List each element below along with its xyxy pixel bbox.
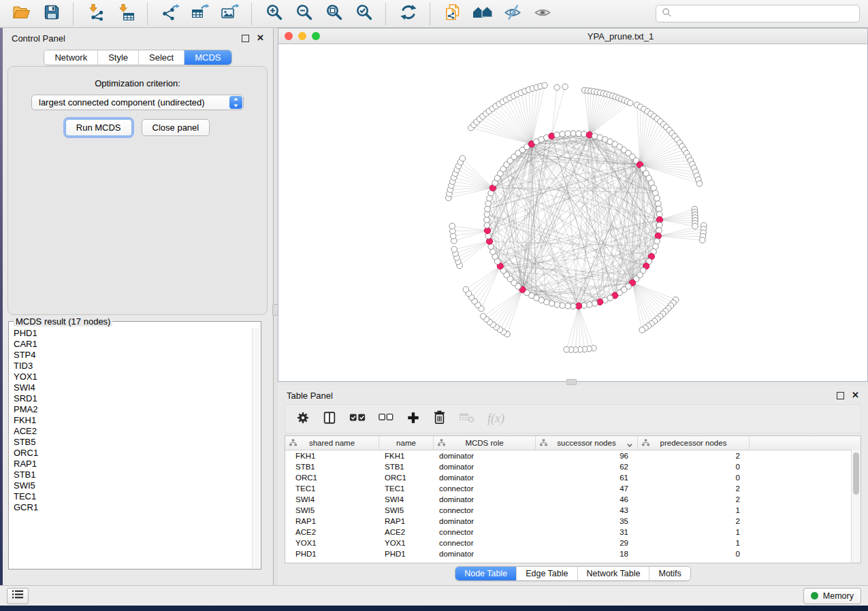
mcds-result-group: MCDS result (17 nodes) PHD1CAR1STP4TID3Y… — [8, 316, 261, 569]
table-row[interactable]: FKH1FKH1dominator962 — [285, 450, 861, 461]
network-window-titlebar[interactable]: YPA_prune.txt_1 — [278, 29, 867, 44]
cell-shared-name: ACE2 — [285, 528, 379, 536]
float-panel-icon[interactable] — [837, 392, 844, 399]
memory-button[interactable]: Memory — [803, 588, 861, 604]
cell-shared-name: RAP1 — [285, 517, 379, 525]
cell-successor-nodes: 43 — [536, 506, 638, 514]
import-network-button[interactable] — [82, 3, 109, 24]
tab-select[interactable]: Select — [139, 50, 184, 65]
table-scrollbar[interactable] — [851, 450, 861, 563]
table-panel-title: Table Panel — [287, 391, 333, 401]
mcds-result-item[interactable]: ORC1 — [14, 448, 261, 459]
close-panel-icon[interactable]: ✕ — [257, 35, 264, 42]
mcds-result-item[interactable]: GCR1 — [14, 502, 261, 513]
table-row[interactable]: ACE2ACE2connector311 — [285, 527, 861, 538]
mcds-result-item[interactable]: RAP1 — [14, 459, 261, 469]
table-row[interactable]: STB1STB1dominator620 — [285, 461, 861, 472]
column-type-icon — [438, 439, 445, 448]
table-row[interactable]: PHD1PHD1dominator180 — [285, 548, 861, 559]
mcds-result-item[interactable]: YOX1 — [14, 371, 261, 382]
mcds-result-item[interactable]: SWI4 — [14, 382, 261, 393]
splitter-grip[interactable] — [566, 379, 577, 385]
mcds-result-item[interactable]: PMA2 — [14, 404, 261, 415]
run-mcds-button[interactable]: Run MCDS — [65, 119, 132, 136]
search-box[interactable] — [656, 5, 860, 22]
tab-motifs[interactable]: Motifs — [649, 567, 690, 580]
mcds-result-item[interactable]: STB1 — [14, 469, 261, 480]
zoom-window-light[interactable] — [312, 32, 320, 40]
column-label: name — [396, 439, 416, 447]
mcds-result-item[interactable]: ACE2 — [14, 426, 261, 437]
hide-selected-button[interactable] — [499, 3, 526, 24]
show-all-button[interactable] — [529, 3, 556, 24]
select-checks-button[interactable] — [349, 412, 366, 426]
zoom-in-icon — [266, 3, 283, 24]
home-view-button[interactable] — [469, 3, 496, 24]
import-table-button[interactable] — [112, 3, 139, 24]
cell-mcds-role: dominator — [434, 495, 536, 503]
export-table-button[interactable] — [187, 3, 213, 24]
mcds-result-item[interactable]: TEC1 — [14, 491, 261, 502]
tab-node-table[interactable]: Node Table — [455, 567, 517, 580]
export-image-button[interactable] — [216, 3, 243, 24]
optimization-criterion-select[interactable]: largest connected component (undirected) — [31, 95, 244, 110]
zoom-selected-button[interactable] — [351, 3, 377, 24]
search-input[interactable] — [676, 8, 854, 19]
task-history-button[interactable] — [7, 588, 29, 604]
save-session-button[interactable] — [38, 3, 65, 24]
column-header-name[interactable]: name — [379, 436, 434, 450]
table-row[interactable]: SWI4SWI4dominator462 — [285, 494, 861, 505]
tab-mcds[interactable]: MCDS — [184, 50, 231, 65]
cell-predecessor-nodes: 1 — [638, 539, 750, 547]
delete-button[interactable] — [433, 410, 446, 427]
close-window-light[interactable] — [285, 32, 293, 40]
table-row[interactable]: ORC1ORC1dominator610 — [285, 472, 861, 483]
table-row[interactable]: SWI5SWI5connector431 — [285, 505, 861, 516]
column-header-shared-name[interactable]: shared name — [285, 436, 379, 450]
toolbar-separator — [73, 3, 74, 25]
network-canvas[interactable] — [278, 44, 867, 381]
mcds-result-item[interactable]: STP4 — [14, 350, 261, 361]
tab-style[interactable]: Style — [98, 50, 139, 65]
gear-icon — [296, 411, 310, 427]
float-panel-icon[interactable] — [242, 35, 249, 42]
column-header-successor-nodes[interactable]: successor nodes — [536, 436, 638, 450]
open-file-button[interactable] — [8, 3, 35, 24]
table-row[interactable]: RAP1RAP1dominator352 — [285, 516, 861, 527]
close-panel-button[interactable]: Close panel — [142, 119, 210, 136]
mcds-result-item[interactable]: PHD1 — [14, 328, 261, 339]
cell-mcds-role: dominator — [434, 474, 536, 482]
mcds-result-item[interactable]: STB5 — [14, 437, 261, 448]
table-row[interactable]: TEC1TEC1connector472 — [285, 483, 861, 494]
export-network-button[interactable] — [157, 3, 183, 24]
column-header-predecessor-nodes[interactable]: predecessor nodes — [638, 436, 750, 450]
mcds-result-item[interactable]: CAR1 — [14, 339, 261, 350]
control-panel-title: Control Panel — [12, 33, 65, 44]
toolbar-separator — [430, 3, 431, 25]
tab-network[interactable]: Network — [44, 50, 98, 65]
zoom-fit-button[interactable] — [321, 3, 347, 24]
mcds-result-item[interactable]: FKH1 — [14, 415, 261, 426]
mcds-list-scrollbar[interactable] — [252, 328, 260, 568]
zoom-in-button[interactable] — [261, 3, 287, 24]
minimize-window-light[interactable] — [298, 32, 306, 40]
columns-button[interactable] — [323, 411, 336, 427]
clear-checks-button[interactable] — [379, 412, 393, 425]
tab-network-table[interactable]: Network Table — [578, 567, 650, 580]
mcds-result-item[interactable]: SWI5 — [14, 480, 261, 491]
table-row[interactable]: YOX1YOX1connector291 — [285, 538, 861, 548]
mcds-result-item[interactable]: SRD1 — [14, 393, 261, 404]
table-scrollbar-thumb[interactable] — [853, 452, 859, 495]
add-button[interactable] — [406, 411, 420, 427]
close-panel-icon[interactable]: ✕ — [852, 392, 859, 399]
refresh-button[interactable] — [395, 3, 421, 24]
gear-button[interactable] — [296, 411, 310, 427]
column-header-mcds-role[interactable]: MCDS role — [434, 436, 536, 450]
mcds-result-item[interactable]: TID3 — [14, 361, 261, 371]
cell-successor-nodes: 18 — [536, 550, 638, 558]
zoom-fit-icon — [325, 3, 343, 24]
duplicate-network-button[interactable] — [439, 3, 466, 24]
tab-edge-table[interactable]: Edge Table — [517, 567, 577, 580]
zoom-out-button[interactable] — [291, 3, 317, 24]
network-view-window: YPA_prune.txt_1 — [278, 28, 868, 382]
